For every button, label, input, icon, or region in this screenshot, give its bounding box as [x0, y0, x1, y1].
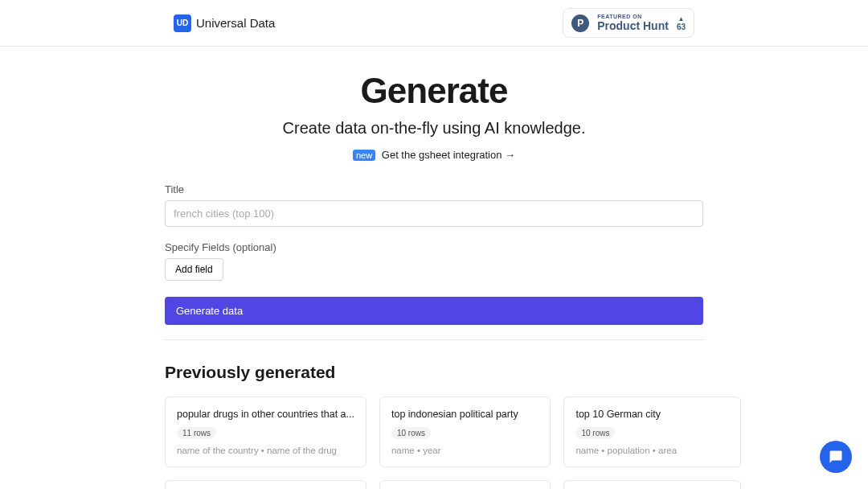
chat-button[interactable]: [820, 441, 852, 473]
card-title: top indonesian political party: [391, 409, 538, 420]
card-fields: name • year: [391, 446, 538, 455]
page-subtitle: Create data on-the-fly using AI knowledg…: [165, 119, 703, 138]
ph-name: Product Hunt: [597, 19, 669, 32]
card-fields: name • population • area: [575, 446, 728, 455]
section-divider: [165, 339, 703, 340]
chat-icon: [829, 450, 843, 464]
card-title: top 10 German city: [575, 409, 728, 420]
generated-card[interactable]: best art print european marketplace10 ro…: [165, 480, 366, 489]
generate-button[interactable]: Generate data: [165, 297, 703, 325]
new-badge: new: [353, 150, 375, 161]
generated-card[interactable]: popular drugs in other countries that a.…: [165, 397, 366, 467]
generated-card[interactable]: top 10 German city10 rowsname • populati…: [563, 397, 740, 467]
generated-card[interactable]: bitcoin price 4h candles past week32 row…: [563, 480, 740, 489]
ph-vote-count: 63: [677, 23, 686, 31]
card-fields: name of the country • name of the drug: [177, 446, 354, 455]
logo-icon: UD: [174, 14, 191, 32]
ph-featured-label: FEATURED ON: [597, 14, 669, 19]
fields-label: Specify Fields (optional): [165, 241, 703, 253]
previously-generated-heading: Previously generated: [165, 363, 703, 382]
title-input[interactable]: [165, 200, 703, 227]
generated-card[interactable]: Quantos fuscas foram fabricados10 rowsye…: [379, 480, 551, 489]
product-hunt-badge[interactable]: P FEATURED ON Product Hunt ▲ 63: [563, 8, 694, 38]
upvote-icon: ▲: [678, 15, 684, 23]
card-row-count: 11 rows: [177, 427, 216, 439]
card-row-count: 10 rows: [575, 427, 615, 439]
app-logo[interactable]: UD Universal Data: [174, 14, 275, 32]
page-title: Generate: [165, 71, 703, 111]
card-row-count: 10 rows: [391, 427, 431, 439]
card-title: popular drugs in other countries that a.…: [177, 409, 354, 420]
generated-card[interactable]: top indonesian political party10 rowsnam…: [379, 397, 551, 467]
product-hunt-icon: P: [571, 14, 589, 32]
add-field-button[interactable]: Add field: [165, 258, 223, 281]
title-field-label: Title: [165, 183, 703, 195]
gsheet-link[interactable]: Get the gsheet integration →: [382, 149, 515, 161]
app-name: Universal Data: [196, 16, 275, 30]
